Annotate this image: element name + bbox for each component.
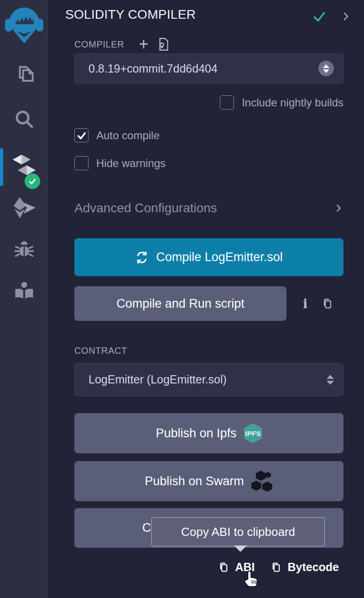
- hide-warnings-checkbox[interactable]: [74, 156, 88, 170]
- copy-bytecode-button[interactable]: Bytecode: [270, 561, 339, 574]
- copy-icon: [218, 561, 230, 573]
- advanced-configurations-toggle[interactable]: Advanced Configurations: [74, 201, 343, 215]
- sidebar-item-solidity-compiler[interactable]: [0, 149, 48, 185]
- compile-and-run-button[interactable]: Compile and Run script: [74, 286, 286, 321]
- page-title: SOLIDITY COMPILER: [65, 7, 196, 22]
- file-badge-icon[interactable]: [156, 37, 171, 52]
- icon-sidebar: [0, 0, 48, 598]
- select-caret-icon: [318, 61, 334, 76]
- include-nightly-checkbox[interactable]: [220, 95, 234, 110]
- sidebar-item-debugger[interactable]: [0, 236, 48, 265]
- auto-compile-label: Auto compile: [96, 129, 160, 142]
- sidebar-item-search[interactable]: [0, 104, 48, 134]
- contract-section-label: CONTRACT: [74, 346, 127, 356]
- sidebar-item-deploy-run[interactable]: [0, 193, 48, 222]
- checkmark-icon: [77, 131, 87, 141]
- mouse-pointer-cursor: [242, 570, 260, 591]
- publish-swarm-button[interactable]: Publish on Swarm: [74, 461, 343, 501]
- copy-bytecode-label: Bytecode: [287, 561, 339, 574]
- hide-warnings-label: Hide warnings: [96, 157, 166, 170]
- sidebar-item-learn[interactable]: [0, 277, 48, 305]
- compiler-section-label: COMPILER: [74, 39, 124, 50]
- contract-select[interactable]: LogEmitter (LogEmitter.sol): [74, 363, 343, 396]
- compile-and-run-label: Compile and Run script: [116, 297, 244, 311]
- remix-solidity-compiler-panel: SOLIDITY COMPILER COMPILER + 0.8.19+comm…: [0, 0, 364, 598]
- compiler-version-value: 0.8.19+commit.7dd6d404: [88, 62, 318, 75]
- ethereum-arrow-icon: [11, 195, 37, 220]
- ipfs-logo-icon: IPFS: [244, 423, 262, 443]
- magnifier-icon: [12, 107, 36, 131]
- contract-select-value: LogEmitter (LogEmitter.sol): [88, 373, 327, 386]
- copy-script-icon[interactable]: [321, 297, 334, 310]
- publish-ipfs-button[interactable]: Publish on Ipfs IPFS: [74, 413, 343, 453]
- auto-compile-checkbox[interactable]: [74, 128, 88, 142]
- contract-select-caret-icon: [327, 375, 334, 385]
- advanced-configurations-label: Advanced Configurations: [74, 201, 217, 215]
- book-reader-icon: [12, 279, 36, 303]
- bug-icon: [12, 239, 36, 262]
- compiler-panel: SOLIDITY COMPILER COMPILER + 0.8.19+comm…: [48, 0, 364, 598]
- compiler-version-select[interactable]: 0.8.19+commit.7dd6d404: [74, 53, 343, 84]
- check-icon: [28, 177, 37, 186]
- publish-swarm-label: Publish on Swarm: [145, 474, 244, 488]
- copy-abi-tooltip-text: Copy ABI to clipboard: [181, 525, 295, 539]
- compile-button-label: Compile LogEmitter.sol: [156, 250, 283, 264]
- copy-pages-icon: [11, 62, 37, 87]
- publish-ipfs-label: Publish on Ipfs: [156, 426, 236, 441]
- remix-logo[interactable]: [0, 3, 48, 46]
- refresh-icon: [135, 251, 149, 264]
- remix-logo-icon: [3, 3, 45, 45]
- compiled-check-icon: [311, 9, 328, 24]
- info-icon[interactable]: i: [303, 297, 307, 311]
- copy-abi-tooltip: Copy ABI to clipboard: [151, 517, 325, 546]
- compile-success-badge: [25, 173, 40, 189]
- sidebar-item-file-explorer[interactable]: [0, 58, 48, 90]
- chevron-right-icon: [333, 202, 343, 214]
- add-compiler-icon[interactable]: +: [139, 38, 148, 51]
- swarm-logo-icon: [251, 471, 273, 492]
- compile-button[interactable]: Compile LogEmitter.sol: [74, 238, 343, 276]
- tooltip-caret: [234, 546, 247, 552]
- include-nightly-label: Include nightly builds: [242, 96, 343, 109]
- collapse-panel-chevron-icon[interactable]: [340, 10, 351, 23]
- copy-icon: [270, 561, 282, 573]
